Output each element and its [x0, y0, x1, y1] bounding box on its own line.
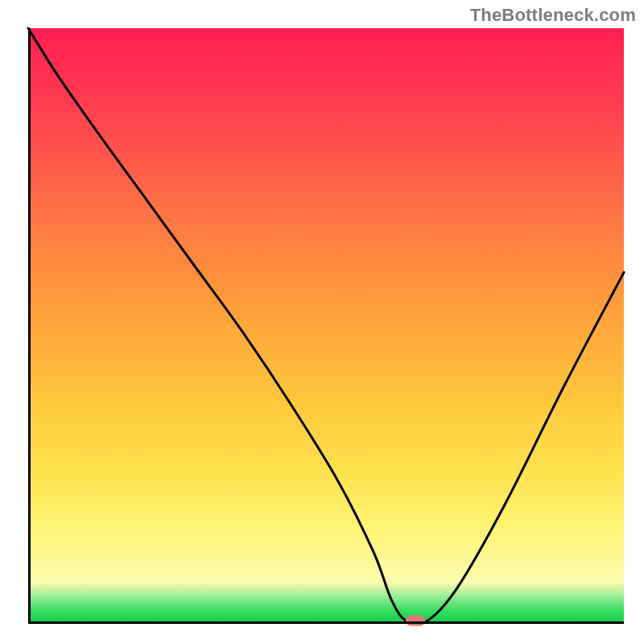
curve-layer	[28, 28, 624, 624]
bottleneck-curve	[28, 28, 624, 625]
chart-stage: TheBottleneck.com	[0, 0, 644, 644]
watermark-text: TheBottleneck.com	[470, 5, 636, 26]
plot-area	[28, 28, 624, 624]
minimum-marker	[406, 616, 425, 626]
